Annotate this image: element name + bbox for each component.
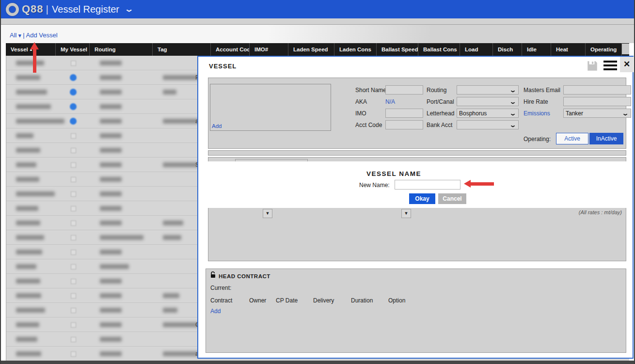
my-vessel-checkbox[interactable]	[71, 235, 76, 240]
acct-code-input[interactable]	[385, 120, 423, 129]
column-header-imo-[interactable]: IMO#	[250, 43, 288, 56]
column-header-laden-speed[interactable]: Laden Speed	[288, 43, 334, 56]
add-vessel-link[interactable]: Add Vessel	[26, 32, 58, 39]
app-title: Vessel Register	[52, 4, 119, 15]
menu-icon[interactable]	[603, 61, 617, 71]
routing-redacted	[100, 177, 122, 182]
my-vessel-checkbox[interactable]	[71, 206, 76, 211]
my-vessel-checkbox[interactable]	[71, 61, 76, 66]
my-vessel-checkbox[interactable]	[71, 177, 76, 182]
tag-redacted	[163, 221, 183, 225]
prompt-title: VESSEL NAME	[366, 170, 421, 177]
vessel-name-redacted	[16, 322, 39, 327]
my-vessel-checkbox[interactable]	[71, 250, 76, 255]
my-vessel-checkbox[interactable]	[71, 308, 76, 313]
column-header-load[interactable]: Load	[460, 43, 493, 56]
vessel-name-redacted	[16, 104, 51, 109]
routing-redacted	[100, 308, 122, 313]
hire-rate-label: Hire Rate	[524, 98, 548, 105]
my-vessel-checkbox[interactable]	[71, 191, 76, 197]
my-vessel-checkbox[interactable]	[71, 322, 76, 328]
vessel-info-panel: Add Short Name AKA N/A IMO Acct Code Rou…	[208, 78, 626, 149]
my-vessel-checkbox[interactable]	[71, 293, 76, 299]
column-header-ballast-cons[interactable]: Ballast Cons	[418, 43, 460, 56]
short-name-input[interactable]	[385, 85, 423, 95]
aka-value-link[interactable]: N/A	[385, 98, 395, 105]
vessel-name-redacted	[16, 293, 41, 298]
filter-dropdown[interactable]: All ▾	[10, 32, 21, 39]
bank-acct-select[interactable]: ⌄	[457, 120, 519, 129]
tag-redacted	[163, 293, 179, 298]
rates-note: (All rates : mt/day)	[579, 209, 622, 215]
letterhead-select[interactable]: Bosphorus⌄	[457, 109, 519, 118]
vessel-name-redacted	[16, 162, 36, 167]
my-vessel-checkbox[interactable]	[71, 351, 76, 357]
tag-redacted	[163, 90, 176, 95]
photo-add-link[interactable]: Add	[212, 123, 222, 129]
okay-button[interactable]: Okay	[409, 193, 435, 204]
banner-divider: |	[46, 3, 48, 15]
routing-redacted	[100, 75, 122, 80]
my-vessel-checkbox[interactable]	[71, 148, 76, 153]
my-vessel-checkbox[interactable]	[71, 221, 76, 226]
inactive-button[interactable]: InActive	[589, 133, 623, 144]
vessel-name-redacted	[16, 119, 64, 124]
vessel-name-redacted	[16, 308, 45, 313]
routing-select[interactable]: ⌄	[457, 85, 519, 95]
vessel-name-redacted	[16, 191, 55, 196]
save-icon[interactable]	[586, 60, 599, 72]
column-header-heat[interactable]: Heat	[551, 43, 586, 56]
vessel-name-redacted	[16, 235, 44, 240]
column-header-laden-cons[interactable]: Laden Cons	[334, 43, 377, 56]
column-header-operating[interactable]: Operating	[586, 43, 622, 56]
dropdown-arrow-icon[interactable]: ▼	[263, 209, 272, 218]
sub-banner-strip	[1, 18, 634, 24]
close-icon[interactable]: ✕	[620, 57, 634, 72]
column-header-tag[interactable]: Tag	[153, 43, 211, 56]
head-contract-columns: ContractOwnerCP DateDeliveryDurationOpti…	[210, 297, 417, 304]
cancel-button[interactable]: Cancel	[438, 193, 466, 204]
my-vessel-indicator[interactable]	[70, 74, 77, 81]
port-canal-label: Port/Canal	[427, 98, 454, 105]
hire-rate-input[interactable]	[563, 97, 631, 106]
column-header-idle[interactable]: Idle	[522, 43, 551, 56]
my-vessel-checkbox[interactable]	[71, 337, 76, 342]
routing-redacted	[100, 235, 143, 240]
routing-redacted	[100, 279, 122, 284]
masters-email-input[interactable]	[563, 85, 631, 95]
annotation-arrow-left-icon	[464, 180, 471, 188]
vessel-name-redacted	[16, 250, 42, 254]
lock-open-icon	[210, 271, 217, 278]
my-vessel-indicator[interactable]	[70, 118, 77, 125]
current-label: Current:	[210, 285, 231, 291]
my-vessel-checkbox[interactable]	[71, 264, 76, 269]
contract-add-link[interactable]: Add	[210, 308, 221, 315]
my-vessel-checkbox[interactable]	[71, 162, 76, 168]
vessel-name-redacted	[16, 351, 41, 356]
column-header-routing[interactable]: Routing	[90, 43, 153, 56]
column-header-ballast-speed[interactable]: Ballast Speed	[377, 43, 418, 56]
my-vessel-indicator[interactable]	[70, 103, 77, 110]
header-scroll-corner[interactable]	[622, 44, 629, 54]
routing-redacted	[100, 191, 122, 196]
routing-redacted	[100, 119, 122, 124]
column-header-my-vessel[interactable]: My Vessel	[56, 43, 90, 56]
active-button[interactable]: Active	[556, 133, 588, 144]
column-header-account-code[interactable]: Account Code	[211, 43, 250, 56]
app-banner: Q88 | Vessel Register ⌄	[1, 0, 634, 18]
imo-input[interactable]	[385, 109, 423, 118]
chevron-down-icon[interactable]: ⌄	[124, 5, 134, 14]
column-header-disch[interactable]: Disch	[493, 43, 522, 56]
my-vessel-checkbox[interactable]	[71, 279, 76, 284]
dropdown-arrow-icon[interactable]: ▼	[401, 209, 411, 218]
routing-redacted	[100, 351, 122, 356]
emissions-link[interactable]: Emissions	[524, 110, 550, 117]
my-vessel-checkbox[interactable]	[71, 133, 76, 139]
vessel-type-select[interactable]: Tanker⌄	[563, 109, 631, 118]
routing-redacted	[100, 90, 122, 95]
new-name-input[interactable]	[395, 180, 460, 190]
aka-label: AKA	[355, 98, 367, 105]
port-canal-select[interactable]: ⌄	[457, 97, 519, 106]
my-vessel-indicator[interactable]	[70, 89, 77, 95]
imo-label: IMO	[355, 110, 366, 117]
